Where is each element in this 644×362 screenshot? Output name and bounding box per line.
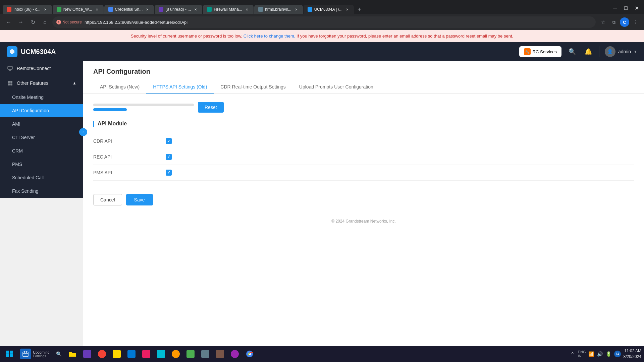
bookmark-icon[interactable]: ☆ (598, 17, 608, 27)
tab-cdr-realtime-output[interactable]: CDR Real-time Output Settings (214, 81, 292, 94)
forward-button[interactable]: → (16, 17, 25, 27)
tab-bar: Inbox (36) - c... ✕ New Office_W... ✕ Cr… (0, 0, 644, 14)
browser-tab-6[interactable]: hrms.brainvir... ✕ (254, 5, 303, 14)
sidebar-item-pms[interactable]: PMS (0, 158, 83, 171)
sidebar-wrapper: RemoteConnect Other Features ▲ Onsite Me (0, 61, 83, 361)
sidebar-item-onsite-meeting[interactable]: Onsite Meeting (0, 90, 83, 104)
remoteconnect-icon (7, 65, 13, 72)
tab-close-3[interactable]: ✕ (145, 7, 150, 12)
taskbar-app-6[interactable] (140, 347, 153, 361)
upcoming-label: Upcoming (33, 350, 50, 354)
svg-rect-4 (10, 83, 12, 85)
rc-services-label: RC Services (533, 49, 557, 54)
save-button[interactable]: Save (126, 194, 153, 205)
tab-favicon-3 (108, 7, 113, 12)
sidebar-section-other-features[interactable]: Other Features ▲ (0, 76, 83, 90)
browser-tab-3[interactable]: Credential Sh... ✕ (104, 5, 154, 14)
browser-tab-4[interactable]: (8 unread) - ... ✕ (155, 5, 202, 14)
browser-tab-2[interactable]: New Office_W... ✕ (53, 5, 104, 14)
new-tab-button[interactable]: + (355, 5, 364, 14)
cdr-api-checkbox[interactable] (166, 138, 172, 144)
url-display[interactable]: https://192.168.2.2:8089/value-added-fea… (85, 20, 187, 25)
sidebar-item-api-configuration[interactable]: API Configuration (0, 104, 83, 117)
browser-tab-5[interactable]: Firewall Mana... ✕ (203, 5, 254, 14)
rc-services-button[interactable]: 🔧 RC Services (519, 46, 561, 57)
logo-icon (7, 46, 17, 57)
taskbar-file-explorer[interactable] (66, 347, 79, 361)
menu-icon[interactable]: ⋮ (631, 17, 640, 27)
tab-upload-prompts[interactable]: Upload Prompts User Configuration (292, 81, 380, 94)
not-secure-text: Not secure (62, 20, 82, 24)
sidebar-item-crm[interactable]: CRM (0, 144, 83, 158)
start-button[interactable] (3, 347, 16, 361)
svg-rect-10 (24, 351, 25, 353)
main-layout: RemoteConnect Other Features ▲ Onsite Me (0, 61, 644, 361)
search-icon[interactable]: 🔍 (567, 46, 578, 57)
rec-api-checkbox[interactable] (166, 154, 172, 160)
upcoming-earnings-widget[interactable]: Upcoming Earnings (17, 347, 52, 361)
tab-title-7: UCM6304A | /... (314, 7, 343, 12)
app-header: UCM6304A 🔧 RC Services 🔍 🔔 👤 admin ▼ (0, 42, 644, 61)
tab-api-settings-new[interactable]: API Settings (New) (93, 81, 146, 94)
tab-close-1[interactable]: ✕ (43, 7, 48, 12)
notification-icon[interactable]: 🔔 (583, 46, 594, 57)
taskbar-chrome[interactable] (243, 347, 256, 361)
tab-close-5[interactable]: ✕ (244, 7, 250, 12)
svg-rect-11 (26, 351, 27, 353)
sidebar-item-cti-server[interactable]: CTI Server (0, 131, 83, 144)
profile-icon[interactable]: C (620, 17, 629, 27)
volume-icon[interactable]: 🔊 (597, 351, 603, 357)
tab-favicon-2 (57, 7, 61, 12)
battery-icon[interactable]: 🔋 (605, 351, 612, 357)
chevron-up-icon[interactable]: ^ (569, 351, 576, 357)
address-bar[interactable]: ! Not secure https://192.168.2.2:8089/va… (52, 16, 596, 28)
onsite-meeting-label: Onsite Meeting (12, 95, 44, 100)
notification-badge[interactable]: 14 (614, 351, 621, 357)
close-window-button[interactable]: ✕ (632, 3, 641, 13)
page-title: API Configuration (93, 68, 634, 75)
reload-button[interactable]: ↻ (28, 17, 38, 27)
pms-api-checkbox[interactable] (166, 170, 172, 176)
tab-close-6[interactable]: ✕ (293, 7, 299, 12)
page-footer: © 2024 Grandstream Networks, Inc. (93, 219, 634, 224)
cancel-button[interactable]: Cancel (93, 194, 122, 205)
tab-https-api-settings-old[interactable]: HTTPS API Settings (Old) (146, 81, 214, 94)
wifi-icon[interactable]: 📶 (588, 351, 595, 357)
sidebar-item-remoteconnect[interactable]: RemoteConnect (0, 61, 83, 76)
back-button[interactable]: ← (4, 17, 13, 27)
taskbar-app-5[interactable] (125, 347, 138, 361)
browser-tab-7[interactable]: UCM6304A | /... ✕ (304, 5, 354, 14)
sidebar-item-fax-sending[interactable]: Fax Sending (0, 184, 83, 198)
reset-button[interactable]: Reset (198, 102, 224, 113)
content-body: Reset API Module CDR API REC API PMS API (83, 94, 644, 232)
api-configuration-label: API Configuration (12, 108, 49, 113)
taskbar-app-10[interactable] (199, 347, 212, 361)
home-button[interactable]: ⌂ (40, 17, 50, 27)
earnings-label: Earnings (33, 354, 50, 358)
taskbar-clock[interactable]: 11:02 AM 8/20/2024 (624, 348, 641, 360)
address-bar-row: ← → ↻ ⌂ ! Not secure https://192.168.2.2… (0, 14, 644, 30)
taskbar-app-7[interactable] (154, 347, 168, 361)
taskbar-app-12[interactable] (228, 347, 241, 361)
extensions-icon[interactable]: ⧉ (609, 17, 619, 27)
sidebar-item-scheduled-call[interactable]: Scheduled Call (0, 171, 83, 184)
taskbar-app-4[interactable] (110, 347, 123, 361)
taskbar-app-8[interactable] (169, 347, 182, 361)
taskbar-app-2[interactable] (80, 347, 94, 361)
taskbar-search-button[interactable]: 🔍 (54, 349, 64, 359)
sidebar-item-ami[interactable]: AMI (0, 117, 83, 131)
sidebar-collapse-button[interactable]: ‹ (79, 128, 87, 136)
minimize-button[interactable]: ─ (610, 3, 620, 13)
taskbar-app-9[interactable] (184, 347, 197, 361)
tab-title-4: (8 unread) - ... (165, 7, 191, 12)
maximize-button[interactable]: □ (621, 3, 631, 13)
header-actions: 🔧 RC Services 🔍 🔔 👤 admin ▼ (519, 46, 637, 57)
taskbar-app-3[interactable] (95, 347, 109, 361)
browser-tab-1[interactable]: Inbox (36) - c... ✕ (3, 5, 52, 14)
taskbar-app-11[interactable] (213, 347, 227, 361)
change-password-link[interactable]: Click here to change them. (244, 34, 296, 39)
tab-close-2[interactable]: ✕ (94, 7, 100, 12)
tab-close-7[interactable]: ✕ (344, 7, 350, 12)
tab-close-4[interactable]: ✕ (193, 7, 198, 12)
user-section[interactable]: 👤 admin ▼ (605, 46, 637, 57)
